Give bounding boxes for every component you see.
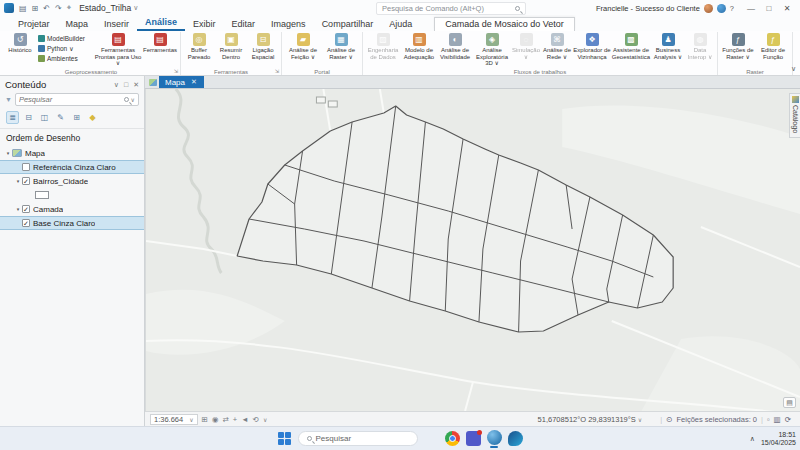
ribbon-button-ligac-a-o-espacial[interactable]: ⊟Ligação Espacial: [247, 32, 279, 68]
ribbon-button-business-analysis[interactable]: ♟Business Analysis ∨: [651, 32, 685, 68]
map-canvas[interactable]: Catálogo ▤: [145, 89, 800, 411]
touch-mode-icon[interactable]: ⌖: [67, 3, 72, 13]
status-right-icon-1[interactable]: ▥: [774, 415, 781, 424]
tab-imagens[interactable]: Imagens: [263, 18, 314, 31]
layer-item-camada[interactable]: ▾✓Camada: [0, 202, 144, 216]
project-name[interactable]: Estado_Trilha: [79, 3, 131, 13]
tab-ana-lise[interactable]: Análise: [137, 16, 185, 31]
map-nav-icon-5[interactable]: ⟲: [253, 415, 259, 424]
tab-inserir[interactable]: Inserir: [96, 18, 137, 31]
layer-checkbox[interactable]: ✓: [22, 219, 30, 227]
minimize-button[interactable]: —: [742, 4, 760, 13]
filter-icon[interactable]: ▼: [5, 96, 12, 103]
taskbar-icon-chrome[interactable]: [445, 431, 460, 446]
close-tab-icon[interactable]: ✕: [191, 78, 197, 86]
taskbar-clock[interactable]: 18:51 15/04/2025: [761, 431, 796, 447]
start-button[interactable]: [278, 432, 292, 446]
close-button[interactable]: ✕: [778, 4, 796, 13]
map-nav-icon-2[interactable]: ⇄: [222, 415, 228, 424]
panel-menu-icon[interactable]: ∨: [114, 81, 119, 89]
nav-caret-icon[interactable]: ∨: [263, 416, 267, 423]
list-by-snapping-icon[interactable]: ⊞: [70, 111, 83, 124]
tab-projetar[interactable]: Projetar: [10, 18, 58, 31]
search-caret-icon[interactable]: ∨: [131, 96, 135, 103]
collapse-ribbon-icon[interactable]: ∨: [791, 65, 796, 73]
taskbar-icon-teams[interactable]: [466, 431, 481, 446]
expander-icon[interactable]: ▾: [14, 178, 22, 184]
map-nav-icon-4[interactable]: ◄: [241, 415, 248, 424]
dialog-launcher-icon[interactable]: ⇲: [174, 67, 178, 76]
status-right-icon-0[interactable]: ▫: [767, 415, 770, 424]
ribbon-button-editor-de-func-a-o[interactable]: ƒEditor de Função: [756, 32, 790, 68]
expander-icon[interactable]: ▾: [14, 206, 22, 212]
avatar[interactable]: [704, 4, 713, 13]
contents-search-input[interactable]: [19, 95, 124, 104]
list-by-drawing-order-icon[interactable]: ≣: [6, 111, 19, 124]
ribbon-button-ana-lise-explorato-ria-3d[interactable]: ◈Análise Exploratória 3D ∨: [473, 32, 511, 68]
ribbon-button-buffer-pareado[interactable]: ◎Buffer Pareado: [183, 32, 215, 68]
tray-chevron-icon[interactable]: ∧: [750, 435, 755, 443]
save-icon[interactable]: ▤: [19, 4, 27, 13]
ribbon-button-modelo-de-adequac-a-o[interactable]: ▥Modelo de Adequação: [401, 32, 437, 68]
ribbon-button-assistente-de-geoestati-stica[interactable]: ▩Assistente de Geoestatística: [611, 32, 651, 68]
command-search[interactable]: Pesquisa de Comando (Alt+Q): [376, 2, 526, 15]
taskbar-icon-arcgis[interactable]: [487, 430, 502, 448]
catalog-panel-tab[interactable]: Catálogo: [789, 93, 800, 138]
ribbon-button-histo-rico[interactable]: ↺Histórico: [4, 32, 36, 68]
map-nav-icon-1[interactable]: ◉: [212, 415, 219, 424]
redo-button[interactable]: ↷: [55, 4, 62, 13]
ribbon-button-ferramentas[interactable]: ▤Ferramentas: [142, 32, 178, 68]
list-by-editing-icon[interactable]: ✎: [54, 111, 67, 124]
ribbon-button-modelbuilder[interactable]: ModelBuilder: [36, 34, 94, 43]
user-area[interactable]: Francielle - Sucesso do Cliente ?: [596, 4, 734, 13]
layer-item-refere-ncia-cinza-claro[interactable]: Referência Cinza Claro: [0, 160, 144, 174]
project-caret-icon[interactable]: ∨: [133, 4, 138, 12]
layer-item-mapa[interactable]: ▾Mapa: [0, 146, 144, 160]
list-by-source-icon[interactable]: ⊟: [22, 111, 35, 124]
ribbon-button-explorador-de-vizinhanc-a[interactable]: ❖Explorador de Vizinhança: [573, 32, 611, 68]
status-right-icon-2[interactable]: ⟳: [785, 415, 791, 424]
help-icon[interactable]: ?: [730, 4, 734, 13]
taskbar-search[interactable]: Pesquisar: [298, 431, 418, 446]
taskbar-icon-explorer[interactable]: [424, 431, 439, 446]
ribbon-button-ferramentas-prontas-para-uso[interactable]: ▤Ferramentas Prontas para Uso ∨: [94, 32, 142, 68]
pin-panel-icon[interactable]: □: [124, 81, 128, 89]
map-overview-button[interactable]: ▤: [783, 397, 796, 408]
tab-contextual-camada-de-mosaico-do-vetor[interactable]: Camada de Mosaico do Vetor: [434, 17, 575, 31]
layer-checkbox[interactable]: ✓: [22, 205, 30, 213]
polygon-symbol-swatch[interactable]: [35, 191, 49, 199]
coordinates-readout[interactable]: 51,6708512°O 29,8391319°S ∨: [538, 415, 643, 424]
scale-selector[interactable]: 1:36.664 ∨: [150, 414, 198, 425]
layer-checkbox[interactable]: [22, 163, 30, 171]
layer-item-base-cinza-claro[interactable]: ✓Base Cinza Claro: [0, 216, 144, 230]
map-nav-icon-3[interactable]: +: [233, 415, 237, 424]
layer-checkbox[interactable]: ✓: [22, 177, 30, 185]
tab-mapa[interactable]: Mapa: [58, 18, 97, 31]
undo-button[interactable]: ↶: [43, 4, 50, 13]
ribbon-button-ana-lise-de-visibilidade[interactable]: ◐Análise de Visibilidade: [437, 32, 473, 68]
ribbon-button-ana-lise-de-rede[interactable]: ⌘Análise de Rede ∨: [541, 32, 573, 68]
map-nav-icon-0[interactable]: ⊞: [202, 415, 208, 424]
ribbon-button-func-o-es-de-raster[interactable]: ƒFunções de Raster ∨: [720, 32, 756, 68]
tab-compartilhar[interactable]: Compartilhar: [314, 18, 382, 31]
legend-swatch-row[interactable]: [0, 188, 144, 202]
tab-mapa[interactable]: Mapa ✕: [159, 76, 204, 88]
expander-icon[interactable]: ▾: [4, 150, 12, 156]
ribbon-button-ana-lise-de-feic-a-o[interactable]: ▰Análise de Feição ∨: [284, 32, 322, 68]
add-data-icon[interactable]: ⊞: [32, 4, 39, 13]
layer-item-bairros-cidade[interactable]: ▾✓Bairros_Cidade: [0, 174, 144, 188]
maximize-button[interactable]: □: [760, 4, 778, 13]
ribbon-button-ana-lise-de-raster[interactable]: ▦Análise de Raster ∨: [322, 32, 360, 68]
taskbar-icon-edge[interactable]: [508, 431, 523, 446]
ribbon-button-resumir-dentro[interactable]: ▣Resumir Dentro: [215, 32, 247, 68]
ribbon-button-ambientes[interactable]: Ambientes: [36, 54, 94, 63]
contents-search-box[interactable]: ∨: [15, 93, 139, 106]
dialog-launcher-icon[interactable]: ⇲: [275, 67, 279, 76]
tab-editar[interactable]: Editar: [224, 18, 264, 31]
close-panel-icon[interactable]: ✕: [133, 81, 139, 89]
notifications-icon[interactable]: [717, 4, 726, 13]
tab-exibir[interactable]: Exibir: [185, 18, 224, 31]
tab-ajuda[interactable]: Ajuda: [381, 18, 420, 31]
selection-icon[interactable]: ⊙: [666, 415, 672, 424]
list-by-labeling-icon[interactable]: ◆: [86, 111, 99, 124]
